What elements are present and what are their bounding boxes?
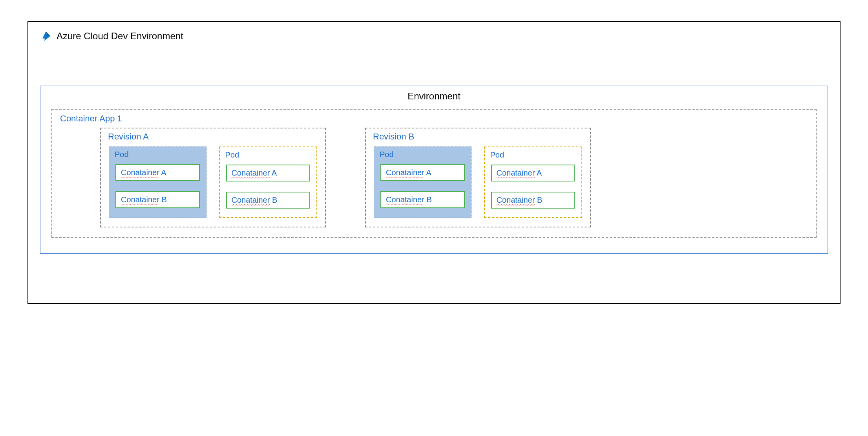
pod-box: Pod Conatainer A Conatainer B [109, 147, 206, 218]
pod-label: Pod [115, 150, 129, 159]
revision-b-box: Revision B Pod Conatainer A Conatainer B [365, 128, 591, 227]
container-label-suffix: B [424, 195, 432, 204]
pod-box: Pod Conatainer A Conatainer B [219, 147, 318, 218]
container-label-suffix: B [159, 195, 167, 204]
revision-b-title: Revision B [373, 132, 414, 142]
container-box: Conatainer A [226, 165, 311, 181]
container-label-word: Conatainer [386, 168, 424, 177]
pod-label: Pod [225, 150, 239, 159]
container-label-suffix: A [424, 168, 431, 177]
container-box: Conatainer B [115, 191, 200, 208]
container-box: Conatainer A [491, 165, 576, 181]
container-box: Conatainer B [226, 192, 311, 209]
container-label-word: Conatainer [232, 196, 270, 204]
azure-icon [40, 30, 53, 42]
environment-title: Environment [40, 91, 828, 102]
cloud-env-title: Azure Cloud Dev Environment [57, 31, 183, 42]
pod-box: Pod Conatainer A Conatainer B [374, 147, 471, 218]
environment-box: Environment Container App 1 Revision A P… [40, 86, 828, 254]
container-label-word: Conatainer [121, 195, 159, 204]
container-label-suffix: A [535, 169, 542, 177]
revision-a-title: Revision A [108, 132, 149, 142]
container-app-box: Container App 1 Revision A Pod Conataine… [51, 109, 817, 238]
container-label-suffix: A [159, 168, 166, 177]
cloud-env-title-row: Azure Cloud Dev Environment [40, 30, 828, 42]
cloud-env-frame: Azure Cloud Dev Environment Environment … [27, 21, 841, 304]
revision-b-pods: Pod Conatainer A Conatainer B Pod [374, 147, 582, 218]
container-label-word: Conatainer [121, 168, 159, 177]
container-label-word: Conatainer [386, 195, 424, 204]
container-box: Conatainer A [380, 164, 465, 181]
container-box: Conatainer B [380, 191, 465, 208]
revisions-row: Revision A Pod Conatainer A Conatainer B [61, 128, 807, 227]
pod-label: Pod [490, 150, 504, 159]
container-box: Conatainer A [115, 164, 200, 181]
container-label-suffix: A [270, 169, 277, 177]
revision-a-pods: Pod Conatainer A Conatainer B Pod [109, 147, 317, 218]
container-label-word: Conatainer [497, 196, 535, 204]
container-box: Conatainer B [491, 192, 576, 209]
pod-box: Pod Conatainer A Conatainer B [484, 147, 583, 218]
container-label-word: Conatainer [497, 169, 535, 177]
container-label-suffix: B [535, 196, 542, 204]
revision-a-box: Revision A Pod Conatainer A Conatainer B [100, 128, 326, 227]
container-label-word: Conatainer [232, 169, 270, 177]
container-app-title: Container App 1 [60, 114, 122, 124]
container-label-suffix: B [270, 196, 277, 204]
pod-label: Pod [380, 150, 394, 159]
